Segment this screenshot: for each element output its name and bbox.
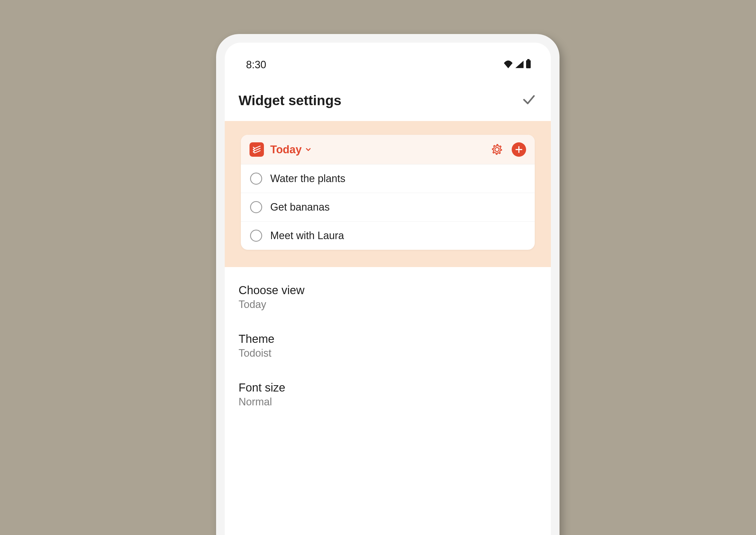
cellular-icon: [515, 59, 524, 71]
wifi-icon: [503, 59, 514, 71]
task-row[interactable]: Meet with Laura: [241, 221, 535, 250]
phone-screen: 8:30 Widget settings: [225, 42, 551, 535]
plus-icon: [515, 145, 523, 154]
widget-settings-button[interactable]: [491, 144, 503, 155]
setting-label: Theme: [238, 332, 537, 346]
task-checkbox-icon[interactable]: [250, 230, 262, 242]
task-title: Get bananas: [270, 201, 330, 213]
page-title: Widget settings: [238, 93, 341, 108]
task-title: Meet with Laura: [270, 230, 344, 242]
settings-list: Choose view Today Theme Todoist Font siz…: [225, 267, 551, 425]
task-row[interactable]: Water the plants: [241, 164, 535, 193]
status-icons: [503, 59, 531, 71]
widget-card: Today Water the plants: [241, 135, 535, 250]
setting-label: Font size: [238, 381, 537, 394]
setting-font-size[interactable]: Font size Normal: [225, 370, 551, 419]
status-bar: 8:30: [225, 42, 551, 79]
background-frame: 8:30 Widget settings: [9, 5, 746, 530]
setting-value: Normal: [238, 396, 537, 408]
widget-add-task-button[interactable]: [512, 142, 526, 157]
svg-rect-0: [526, 60, 531, 68]
setting-value: Todoist: [238, 347, 537, 359]
status-time: 8:30: [246, 59, 266, 71]
widget-view-label: Today: [270, 144, 302, 156]
gear-icon: [491, 144, 503, 155]
chevron-down-icon: [304, 146, 312, 153]
widget-view-selector[interactable]: Today: [270, 144, 312, 156]
phone-frame: 8:30 Widget settings: [216, 34, 560, 535]
setting-value: Today: [238, 298, 537, 311]
task-checkbox-icon[interactable]: [250, 201, 262, 213]
task-title: Water the plants: [270, 173, 346, 185]
widget-preview-area: Today Water the plants: [225, 121, 551, 267]
confirm-button[interactable]: [521, 92, 537, 108]
widget-header: Today: [241, 135, 535, 164]
setting-label: Choose view: [238, 284, 537, 297]
battery-icon: [525, 59, 531, 71]
task-checkbox-icon[interactable]: [250, 173, 262, 185]
setting-choose-view[interactable]: Choose view Today: [225, 273, 551, 322]
app-header: Widget settings: [225, 79, 551, 121]
check-icon: [521, 92, 537, 107]
todoist-logo-icon: [249, 142, 264, 157]
setting-theme[interactable]: Theme Todoist: [225, 322, 551, 370]
svg-rect-1: [527, 59, 530, 61]
task-row[interactable]: Get bananas: [241, 193, 535, 221]
